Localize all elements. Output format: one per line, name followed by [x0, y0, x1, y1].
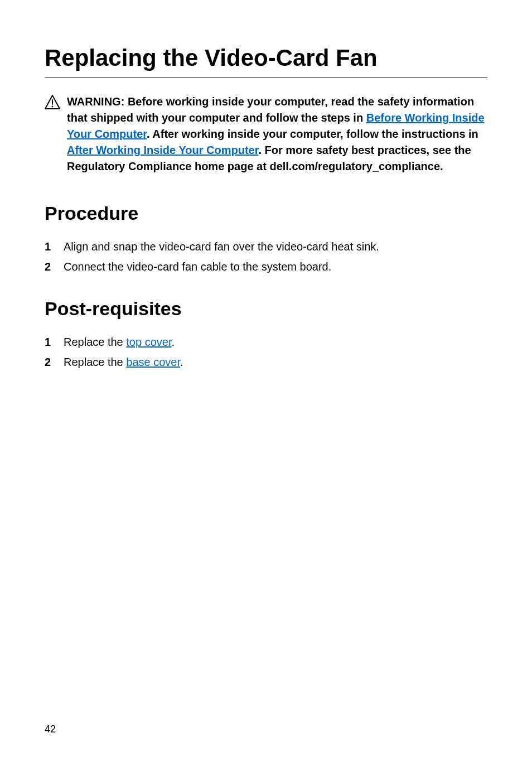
base-cover-link[interactable]: base cover	[126, 356, 180, 368]
warning-text: WARNING: Before working inside your comp…	[67, 94, 487, 175]
postreq-2-prefix: Replace the	[64, 356, 126, 368]
procedure-step-2: Connect the video-card fan cable to the …	[64, 258, 331, 276]
list-item: Replace the top cover.	[45, 333, 487, 351]
svg-point-2	[52, 106, 54, 108]
warning-block: WARNING: Before working inside your comp…	[45, 94, 487, 175]
postreq-list: Replace the top cover. Replace the base …	[45, 333, 487, 371]
postreq-heading: Post-requisites	[45, 298, 487, 320]
warning-mid1: . After working inside your computer, fo…	[147, 128, 478, 140]
list-item: Connect the video-card fan cable to the …	[45, 258, 487, 276]
list-item: Align and snap the video-card fan over t…	[45, 238, 487, 255]
warning-icon	[45, 94, 60, 112]
after-working-link[interactable]: After Working Inside Your Computer	[67, 144, 258, 156]
postreq-1-suffix: .	[171, 336, 175, 348]
procedure-list: Align and snap the video-card fan over t…	[45, 238, 487, 276]
page-title: Replacing the Video-Card Fan	[45, 45, 487, 78]
postreq-1-prefix: Replace the	[64, 336, 126, 348]
list-item: Replace the base cover.	[45, 353, 487, 371]
postreq-2-suffix: .	[180, 356, 183, 368]
procedure-heading: Procedure	[45, 202, 487, 224]
procedure-step-1: Align and snap the video-card fan over t…	[64, 238, 379, 255]
page-content: Replacing the Video-Card Fan WARNING: Be…	[0, 0, 532, 371]
top-cover-link[interactable]: top cover	[126, 336, 171, 348]
page-number: 42	[45, 724, 56, 735]
